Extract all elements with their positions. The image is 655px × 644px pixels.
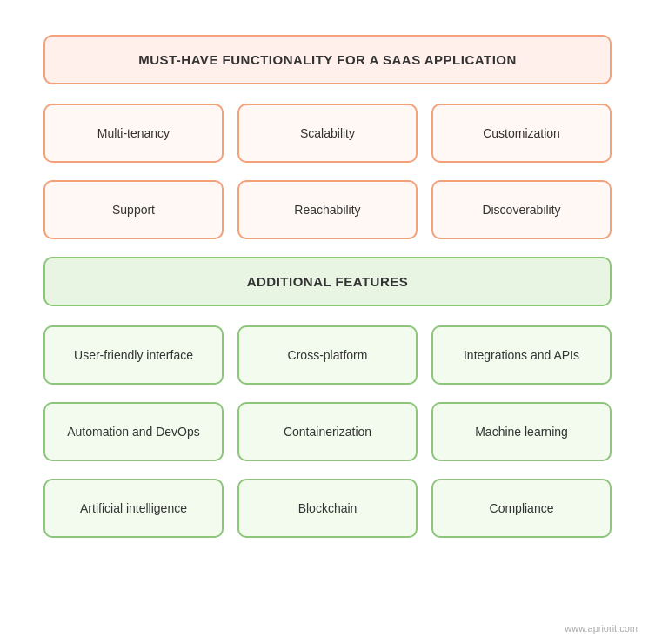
page-container: MUST-HAVE FUNCTIONALITY FOR A SAAS APPLI…: [0, 0, 655, 644]
additional-title-box: ADDITIONAL FEATURES: [43, 257, 612, 306]
must-have-item-2: Customization: [431, 104, 612, 163]
must-have-item-1: Scalability: [237, 104, 418, 163]
additional-item-2: Integrations and APIs: [431, 325, 612, 385]
additional-item-5: Machine learning: [431, 402, 612, 461]
additional-item-7: Blockchain: [237, 479, 418, 538]
additional-item-4: Containerization: [237, 402, 418, 461]
must-have-grid-row1: Multi-tenancy Scalability Customization: [43, 104, 612, 163]
additional-item-6: Artificial intelligence: [43, 479, 224, 538]
must-have-item-3: Support: [43, 180, 224, 239]
additional-item-0: User-friendly interface: [43, 325, 224, 385]
additional-item-1: Cross-platform: [237, 325, 418, 385]
additional-item-3: Automation and DevOps: [43, 402, 224, 461]
additional-item-8: Compliance: [431, 479, 612, 538]
watermark: www.apriorit.com: [565, 623, 638, 634]
additional-grid-row3: Artificial intelligence Blockchain Compl…: [43, 479, 612, 538]
additional-grid-row2: Automation and DevOps Containerization M…: [43, 402, 612, 461]
must-have-item-5: Discoverability: [431, 180, 612, 239]
must-have-title-box: MUST-HAVE FUNCTIONALITY FOR A SAAS APPLI…: [43, 35, 612, 84]
must-have-item-4: Reachability: [237, 180, 418, 239]
additional-grid-row1: User-friendly interface Cross-platform I…: [43, 325, 612, 385]
must-have-grid-row2: Support Reachability Discoverability: [43, 180, 612, 239]
must-have-item-0: Multi-tenancy: [43, 104, 224, 163]
